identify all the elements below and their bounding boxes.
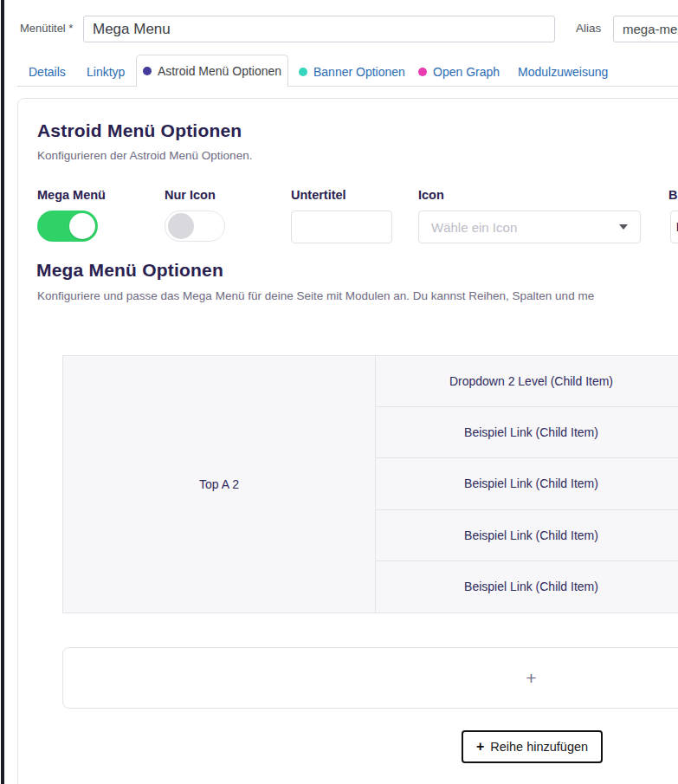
subtitle-input[interactable]: [291, 211, 392, 243]
tab-banner-label: Banner Optionen: [313, 65, 405, 79]
tab-astroid-label: Astroid Menü Optionen: [158, 64, 281, 78]
tab-details[interactable]: Details: [29, 65, 66, 79]
subtitle-field-label: Untertitel: [291, 188, 346, 202]
add-row-button[interactable]: + Reihe hinzufügen: [462, 730, 603, 763]
plus-icon: +: [476, 739, 484, 755]
section-title-astroid-options: Astroid Menü Optionen: [37, 120, 242, 141]
builder-child-item[interactable]: Dropdown 2 Level (Child Item): [376, 356, 678, 407]
icon-select-placeholder: Wähle ein Icon: [419, 220, 619, 235]
admin-sidebar-edge: [1, 0, 4, 784]
opengraph-tab-dot-icon: [418, 68, 427, 76]
section-description-mega-menu-options: Konfiguriere und passe das Mega Menü für…: [37, 289, 594, 302]
builder-child-item[interactable]: Beispiel Link (Child Item): [376, 458, 678, 509]
icon-select[interactable]: Wähle ein Icon: [418, 211, 641, 243]
builder-children-list: Dropdown 2 Level (Child Item) Beispiel L…: [376, 356, 678, 612]
add-row-button-label: Reihe hinzufügen: [490, 740, 588, 754]
badge-select[interactable]: K: [670, 211, 678, 243]
builder-child-item[interactable]: Beispiel Link (Child Item): [376, 510, 678, 561]
tab-modulzuweisung[interactable]: Modulzuweisung: [518, 65, 608, 79]
tab-astroid-menu-options[interactable]: Astroid Menü Optionen: [136, 55, 288, 87]
mega-menu-builder-row: Top A 2 Dropdown 2 Level (Child Item) Be…: [62, 355, 678, 613]
tab-open-graph[interactable]: Open Graph: [418, 65, 500, 79]
builder-child-item[interactable]: Beispiel Link (Child Item): [376, 561, 678, 612]
chevron-down-icon: [619, 224, 628, 230]
tab-banner-options[interactable]: Banner Optionen: [299, 65, 405, 79]
alias-label: Alias: [576, 22, 601, 35]
builder-parent-item[interactable]: Top A 2: [63, 356, 375, 612]
add-column-dropzone[interactable]: +: [62, 647, 678, 709]
section-title-mega-menu-options: Mega Menü Optionen: [36, 260, 223, 281]
mega-menu-toggle[interactable]: [37, 211, 98, 242]
menu-title-input[interactable]: [83, 16, 555, 42]
mega-menu-toggle-label: Mega Menü: [37, 188, 106, 202]
alias-input[interactable]: [613, 16, 678, 42]
icon-field-label: Icon: [418, 188, 444, 202]
badge-field-label: B: [668, 188, 677, 202]
tab-bar-divider: [17, 86, 678, 87]
astroid-tab-dot-icon: [143, 67, 152, 75]
icon-only-toggle-label: Nur Icon: [165, 188, 216, 202]
menu-item-edit-screen: Menütitel * Alias Details Linktyp Astroi…: [0, 0, 678, 784]
builder-child-item[interactable]: Beispiel Link (Child Item): [376, 407, 678, 458]
section-description-astroid-options: Konfigurieren der Astroid Menü Optionen.: [37, 149, 252, 162]
tab-linktyp[interactable]: Linktyp: [87, 65, 125, 79]
tab-opengraph-label: Open Graph: [433, 65, 500, 79]
builder-parent-label: Top A 2: [199, 477, 239, 491]
toggle-knob: [168, 213, 194, 239]
menu-title-label: Menütitel *: [20, 22, 73, 35]
banner-tab-dot-icon: [299, 68, 307, 76]
toggle-knob: [69, 213, 95, 239]
plus-icon: +: [526, 668, 536, 689]
icon-only-toggle[interactable]: [165, 211, 225, 242]
